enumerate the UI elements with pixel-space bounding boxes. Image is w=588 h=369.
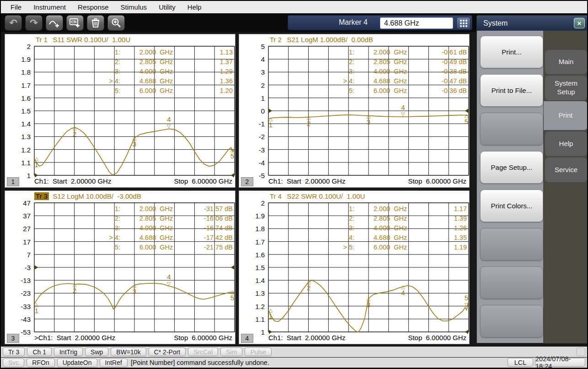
sweep-start-label: >Ch1: Start 2.00000 GHz bbox=[34, 334, 115, 342]
sweep-stop-label: Stop 6.00000 GHz bbox=[408, 177, 466, 185]
reference-level-arrow bbox=[35, 266, 38, 270]
plot-panel-tr4[interactable]: Tr 4 S22 SWR 0.100U/ 1.00U21.91.81.71.61… bbox=[239, 190, 470, 344]
sweep-stop-label: Stop 6.00000 GHz bbox=[408, 334, 466, 342]
close-icon[interactable]: × bbox=[574, 18, 585, 28]
marker-table-row: >4:4.688 GHz-0.47 dB bbox=[239, 77, 470, 87]
panel-button-print[interactable]: Print... bbox=[480, 36, 543, 68]
status-bar-row1: Tr 3Ch 1IntTrigSwpBW=10kC* 2-PortSrcCalS… bbox=[1, 347, 587, 357]
marker-value: -21.75 dB bbox=[204, 244, 233, 251]
marker-frequency: 4.000 GHz bbox=[374, 224, 407, 232]
channel-badge[interactable]: 3 bbox=[7, 334, 19, 343]
menu-item-utility[interactable]: Utility bbox=[153, 1, 182, 13]
tab-service[interactable]: Service bbox=[545, 157, 587, 182]
marker-frequency: 6.000 GHz bbox=[374, 244, 407, 251]
status-ch-1[interactable]: Ch 1 bbox=[27, 347, 52, 356]
zoom-in-icon bbox=[111, 17, 122, 28]
add-channel-button[interactable]: Ch bbox=[66, 15, 84, 31]
plot-panel-tr2[interactable]: Tr 2 S21 LogM 1.000dB/ 0.00dB543210-1-2-… bbox=[239, 34, 470, 188]
menu-item-response[interactable]: Response bbox=[72, 1, 115, 13]
marker-value: -0.36 dB bbox=[442, 87, 467, 94]
keypad-button[interactable] bbox=[456, 17, 470, 29]
active-marker-arrow: > bbox=[341, 77, 347, 85]
marker-number: 2 bbox=[307, 284, 310, 292]
marker-table-row: 2:2.805 GHz-16.06 dB bbox=[5, 215, 236, 224]
status-rfon[interactable]: RFOn bbox=[27, 358, 54, 367]
tab-help[interactable]: Help bbox=[545, 131, 587, 156]
add-trace-button[interactable] bbox=[46, 15, 63, 31]
plot-panel-tr1[interactable]: Tr 1 S11 SWR 0.100U/ 1.00U21.91.81.71.61… bbox=[5, 34, 235, 188]
menu-item-help[interactable]: Help bbox=[182, 1, 208, 13]
add-channel-icon: Ch bbox=[69, 17, 81, 28]
marker-number: 1 bbox=[35, 307, 38, 315]
system-panel-title-text: System bbox=[483, 19, 508, 27]
marker-frequency: 6.000 GHz bbox=[139, 87, 173, 94]
delete-button[interactable] bbox=[87, 15, 104, 31]
marker-frequency: 2.805 GHz bbox=[374, 215, 407, 222]
marker-index: 1: bbox=[349, 49, 363, 56]
marker-table-row: 3:4.000 GHz1.29 bbox=[5, 68, 236, 77]
marker-symbol: ▽ bbox=[167, 281, 171, 286]
status-inttrig[interactable]: IntTrig bbox=[54, 347, 83, 356]
delete-icon bbox=[91, 17, 101, 28]
marker-table-row: 2:2.805 GHz-0.49 dB bbox=[239, 58, 470, 67]
status-intref[interactable]: IntRef bbox=[100, 358, 128, 367]
status-tr-3[interactable]: Tr 3 bbox=[3, 347, 25, 356]
undo-button[interactable]: ↶ bbox=[5, 15, 22, 31]
marker-table-row: 2:2.805 GHz1.37 bbox=[5, 58, 236, 67]
marker-index: 1: bbox=[115, 205, 128, 212]
marker-value: 1.36 bbox=[220, 77, 233, 85]
marker-frequency: 2.805 GHz bbox=[139, 58, 173, 65]
menu-bar: FileInstrumentResponseStimulusUtilityHel… bbox=[1, 1, 587, 13]
panel-button-page-setup[interactable]: Page Setup... bbox=[480, 151, 543, 184]
tab-main[interactable]: Main bbox=[545, 50, 587, 74]
marker-frequency: 4.688 GHz bbox=[374, 77, 407, 85]
status-swp[interactable]: Swp bbox=[85, 347, 108, 356]
vna-application-window: FileInstrumentResponseStimulusUtilityHel… bbox=[0, 0, 588, 369]
panel-button-empty-7 bbox=[480, 305, 543, 337]
marker-value: 1.37 bbox=[220, 58, 233, 65]
plot-panel-tr3[interactable]: Tr 3 S12 LogM 10.00dB/ -3.00dB473727177-… bbox=[5, 190, 235, 344]
marker-value: -17.42 dB bbox=[204, 234, 233, 241]
marker-frequency: 2.805 GHz bbox=[139, 215, 173, 222]
tab-system-setup[interactable]: System Setup bbox=[545, 76, 587, 100]
marker-number: 3 bbox=[367, 118, 370, 126]
status-sim: Sim bbox=[220, 347, 242, 356]
marker-value: -16.06 dB bbox=[204, 215, 233, 222]
system-panel-title: System bbox=[477, 16, 588, 31]
channel-badge[interactable]: 1 bbox=[7, 177, 19, 186]
channel-badge[interactable]: 4 bbox=[241, 334, 253, 343]
tab-print[interactable]: Print bbox=[544, 101, 588, 130]
zoom-in-button[interactable] bbox=[107, 15, 125, 31]
marker-frequency: 2.000 GHz bbox=[374, 205, 407, 212]
reference-level-arrow bbox=[231, 266, 234, 270]
menu-item-instrument[interactable]: Instrument bbox=[27, 1, 72, 13]
panel-button-print-to-file[interactable]: Print to File... bbox=[480, 74, 543, 107]
marker-symbol: ▽ bbox=[465, 302, 469, 307]
marker-frequency: 4.688 GHz bbox=[374, 234, 407, 241]
marker-value-input[interactable] bbox=[380, 17, 453, 29]
channel-badge[interactable]: 2 bbox=[241, 177, 253, 186]
status-updateon[interactable]: UpdateOn bbox=[57, 358, 97, 367]
marker-frequency: 4.000 GHz bbox=[139, 68, 173, 75]
redo-button[interactable]: ↷ bbox=[25, 15, 43, 31]
marker-index: 5: bbox=[115, 87, 128, 94]
menu-item-stimulus[interactable]: Stimulus bbox=[115, 1, 153, 13]
marker-number: 1 bbox=[269, 312, 273, 320]
marker-table-row: 1:2.000 GHz-0.61 dB bbox=[239, 49, 470, 58]
marker-number: 4 bbox=[401, 289, 405, 297]
panel-button-print-colors[interactable]: Print Colors... bbox=[480, 190, 543, 222]
marker-symbol: ▽ bbox=[167, 123, 171, 129]
menu-item-file[interactable]: File bbox=[5, 1, 27, 13]
marker-frequency: 4.688 GHz bbox=[139, 77, 173, 85]
marker-value: 1.13 bbox=[220, 49, 233, 56]
marker-table-row: >4:4.688 GHz1.36 bbox=[5, 77, 236, 87]
status-c-2-port[interactable]: C* 2-Port bbox=[149, 347, 186, 356]
marker-index: 2: bbox=[115, 215, 128, 222]
marker-index: 4: bbox=[115, 234, 128, 241]
marker-table-row: 2:2.805 GHz1.39 bbox=[239, 215, 470, 224]
marker-number: 2 bbox=[307, 119, 310, 127]
marker-table-row: 3:4.000 GHz-16.74 dB bbox=[5, 224, 236, 233]
marker-value: 1.29 bbox=[220, 68, 233, 75]
marker-table-row: 4:4.688 GHz1.35 bbox=[239, 234, 470, 243]
status-bw-10k[interactable]: BW=10k bbox=[111, 347, 146, 356]
